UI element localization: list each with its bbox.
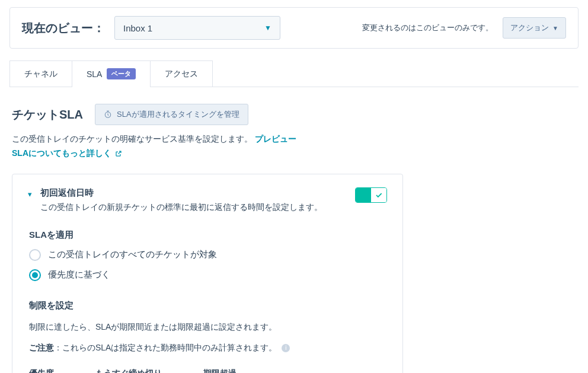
col-due-soon: もうすぐ締め切り: [95, 368, 162, 373]
panel-subtitle: この受信トレイの新規チケットの標準に最初に返信する時間を設定します。: [40, 202, 347, 213]
notice-line: ご注意：これらのSLAは指定された勤務時間中のみ計算されます。 i: [29, 340, 387, 355]
beta-badge: ベータ: [107, 68, 136, 79]
tab-label: アクセス: [165, 69, 198, 79]
actions-button-label: アクション: [510, 23, 549, 33]
first-reply-panel: ▾ 初回返信日時 この受信トレイの新規チケットの標準に最初に返信する時間を設定し…: [12, 174, 403, 373]
col-overdue: 期限超過: [203, 368, 237, 373]
tab-label: チャネル: [24, 69, 57, 79]
radio-icon: [29, 249, 41, 261]
current-view-label: 現在のビュー：: [22, 20, 105, 36]
radio-by-priority[interactable]: 優先度に基づく: [29, 269, 387, 281]
notice-text: これらのSLAは指定された勤務時間中のみ計算されます。: [62, 343, 277, 352]
external-link-icon: [115, 150, 122, 157]
set-limits-heading: 制限を設定: [29, 300, 387, 311]
learn-more-text: SLAについてもっと詳しく: [12, 148, 111, 158]
tab-channel[interactable]: チャネル: [9, 60, 72, 87]
panel-title: 初回返信日時: [40, 187, 347, 199]
panel-body: SLAを適用 この受信トレイのすべてのチケットが対象 優先度に基づく 制限を設定…: [28, 229, 387, 373]
notice-colon: ：: [54, 343, 62, 352]
radio-all-tickets[interactable]: この受信トレイのすべてのチケットが対象: [29, 249, 387, 261]
content: チケットSLA SLAが適用されるタイミングを管理 この受信トレイのチケットの明…: [9, 87, 579, 373]
notice-prefix: ご注意: [29, 343, 54, 352]
col-priority: 優先度: [29, 368, 54, 373]
view-select[interactable]: Inbox 1 ▼: [114, 16, 280, 40]
manage-timing-button[interactable]: SLAが適用されるタイミングを管理: [95, 104, 248, 125]
caret-down-icon: ▼: [552, 25, 558, 31]
clock-icon: [104, 110, 112, 119]
limits-columns: 優先度 もうすぐ締め切り 期限超過: [29, 368, 387, 373]
section-desc-text: この受信トレイのチケットの明確なサービス基準を設定します。: [12, 134, 253, 144]
view-bar: 現在のビュー： Inbox 1 ▼ 変更されるのはこのビューのみです。 アクショ…: [9, 7, 579, 49]
radio-label: 優先度に基づく: [48, 269, 110, 280]
section-header: チケットSLA SLAが適用されるタイミングを管理: [12, 104, 576, 125]
view-select-value: Inbox 1: [123, 23, 152, 33]
limits-description: 制限に達したら、SLAが期限間近または期限超過に設定されます。: [29, 320, 387, 334]
section-title: チケットSLA: [12, 107, 83, 123]
radio-label: この受信トレイのすべてのチケットが対象: [48, 249, 217, 260]
tabs: チャネル SLA ベータ アクセス: [9, 60, 579, 87]
info-icon[interactable]: i: [282, 344, 290, 352]
radio-icon: [29, 269, 41, 281]
panel-header: ▾ 初回返信日時 この受信トレイの新規チケットの標準に最初に返信する時間を設定し…: [28, 187, 387, 213]
learn-more-link[interactable]: SLAについてもっと詳しく: [12, 148, 122, 158]
apply-sla-heading: SLAを適用: [29, 229, 387, 241]
chevron-down-icon[interactable]: ▾: [28, 190, 32, 199]
tab-access[interactable]: アクセス: [150, 60, 213, 87]
actions-button[interactable]: アクション ▼: [503, 17, 566, 39]
section-description: この受信トレイのチケットの明確なサービス基準を設定します。 プレビュー: [12, 132, 576, 146]
tab-label: SLA: [87, 69, 102, 79]
preview-link[interactable]: プレビュー: [255, 134, 296, 144]
caret-down-icon: ▼: [264, 24, 271, 32]
learn-more-row: SLAについてもっと詳しく: [12, 146, 576, 161]
tab-sla[interactable]: SLA ベータ: [72, 60, 151, 87]
first-reply-toggle[interactable]: [355, 187, 387, 203]
check-icon: [375, 191, 383, 199]
manage-timing-label: SLAが適用されるタイミングを管理: [117, 109, 239, 120]
view-scope-note: 変更されるのはこのビューのみです。: [362, 23, 493, 33]
